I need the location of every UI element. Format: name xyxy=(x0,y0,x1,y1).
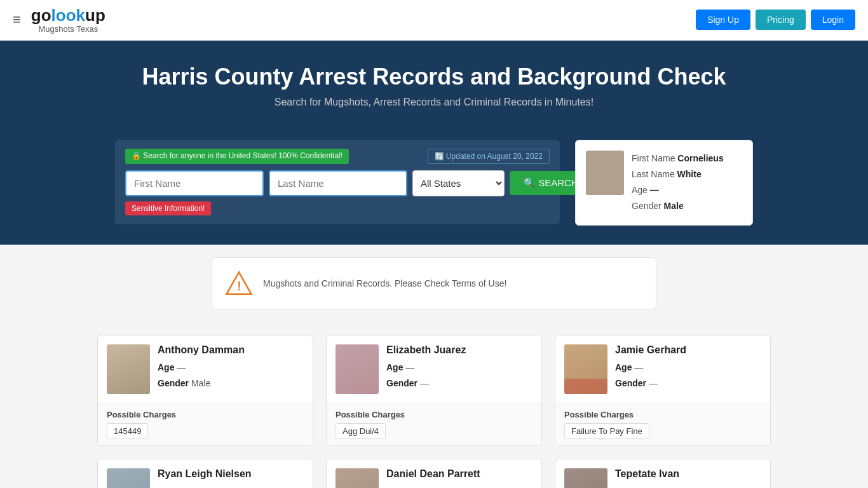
header-left: ≡ golookup Mugshots Texas xyxy=(13,6,105,34)
search-box: 🔒 Search for anyone in the United States… xyxy=(115,140,560,224)
logo-look: look xyxy=(51,6,85,25)
bottom-info-1: Daniel Dean Parrett Age — Gender Male xyxy=(386,468,480,488)
bottom-name-0: Ryan Leigh Nielsen xyxy=(158,468,252,480)
pricing-button[interactable]: Pricing xyxy=(756,10,806,30)
hero-section: Harris County Arrest Records and Backgro… xyxy=(0,41,868,127)
page-title: Harris County Arrest Records and Backgro… xyxy=(13,64,855,90)
bottom-name-2: Tepetate Ivan xyxy=(615,468,679,480)
featured-gender: Gender Male xyxy=(632,198,724,214)
featured-last-name: Last Name White xyxy=(632,166,724,182)
charge-tag-0: 145449 xyxy=(107,423,148,439)
charge-tag-1: Agg Dui/4 xyxy=(336,423,386,439)
warning-icon: ! xyxy=(225,269,253,297)
record-name-0: Anthony Damman xyxy=(158,344,245,356)
record-card-bottom-1[interactable]: Daniel Dean Parrett Age — Gender Male xyxy=(326,459,542,488)
terms-text: Mugshots and Criminal Records. Please Ch… xyxy=(263,278,506,288)
sensitive-badge: Sensitive Information! xyxy=(125,196,550,215)
signup-button[interactable]: Sign Up xyxy=(696,10,750,30)
bottom-avatar-2 xyxy=(564,468,607,488)
record-age-2: Age — xyxy=(615,360,686,376)
terms-bar: ! Mugshots and Criminal Records. Please … xyxy=(212,257,656,309)
record-info-1: Elizabeth Juarez Age — Gender — xyxy=(386,344,466,391)
logo[interactable]: golookup Mugshots Texas xyxy=(31,6,105,34)
record-card-2[interactable]: Jamie Gerhard Age — Gender — Possible Ch… xyxy=(555,335,771,446)
search-inputs: All StatesAlabamaAlaskaArizonaArkansasCa… xyxy=(125,170,550,196)
hero-subtitle: Search for Mugshots, Arrest Records and … xyxy=(13,97,855,108)
logo-up: up xyxy=(85,6,105,25)
record-charges-2: Possible Charges Failure To Pay Fine xyxy=(555,403,770,445)
record-card-1[interactable]: Elizabeth Juarez Age — Gender — Possible… xyxy=(326,335,542,446)
records-section: Anthony Damman Age — Gender Male Possibl… xyxy=(85,322,783,488)
record-avatar-2 xyxy=(564,344,607,394)
record-card-bottom-2[interactable]: Tepetate Ivan Age 33 Gender Male xyxy=(555,459,771,488)
logo-subtitle: Mugshots Texas xyxy=(31,25,105,34)
record-top-2: Jamie Gerhard Age — Gender — xyxy=(555,336,770,403)
hamburger-menu[interactable]: ≡ xyxy=(13,11,21,28)
header-buttons: Sign Up Pricing Login xyxy=(696,10,855,30)
first-name-input[interactable] xyxy=(125,170,264,196)
charges-label-0: Possible Charges xyxy=(107,410,304,419)
featured-avatar xyxy=(586,151,624,195)
search-box-top: 🔒 Search for anyone in the United States… xyxy=(125,149,550,164)
bottom-avatar-0 xyxy=(107,468,150,488)
bottom-info-0: Ryan Leigh Nielsen Age — Gender — xyxy=(158,468,252,488)
record-gender-0: Gender Male xyxy=(158,376,245,391)
record-top-1: Elizabeth Juarez Age — Gender — xyxy=(327,336,541,403)
record-charges-0: Possible Charges 145449 xyxy=(98,403,313,445)
updated-badge: 🔄 Updated on August 20, 2022 xyxy=(428,149,550,164)
charges-label-2: Possible Charges xyxy=(564,410,761,419)
featured-info: First Name Cornelieus Last Name White Ag… xyxy=(632,151,724,215)
records-bottom: Ryan Leigh Nielsen Age — Gender — Daniel… xyxy=(97,459,771,488)
record-charges-1: Possible Charges Agg Dui/4 xyxy=(327,403,541,445)
record-gender-2: Gender — xyxy=(615,376,686,391)
bottom-name-1: Daniel Dean Parrett xyxy=(386,468,480,480)
record-top-0: Anthony Damman Age — Gender Male xyxy=(98,336,313,403)
record-gender-1: Gender — xyxy=(386,376,466,391)
record-age-1: Age — xyxy=(386,360,466,376)
record-card-0[interactable]: Anthony Damman Age — Gender Male Possibl… xyxy=(97,335,313,446)
record-name-2: Jamie Gerhard xyxy=(615,344,686,356)
featured-age: Age — xyxy=(632,182,724,198)
charge-tag-2: Failure To Pay Fine xyxy=(564,423,649,439)
logo-go: go xyxy=(31,6,51,25)
charges-label-1: Possible Charges xyxy=(336,410,532,419)
record-age-0: Age — xyxy=(158,360,245,376)
records-grid: Anthony Damman Age — Gender Male Possibl… xyxy=(97,335,771,446)
record-info-2: Jamie Gerhard Age — Gender — xyxy=(615,344,686,391)
main-content: ! Mugshots and Criminal Records. Please … xyxy=(0,257,868,488)
state-select[interactable]: All StatesAlabamaAlaskaArizonaArkansasCa… xyxy=(412,170,505,196)
login-button[interactable]: Login xyxy=(811,10,855,30)
svg-text:!: ! xyxy=(237,279,241,293)
record-name-1: Elizabeth Juarez xyxy=(386,344,466,356)
bottom-age-2: Age 33 xyxy=(615,484,679,488)
bottom-avatar-1 xyxy=(336,468,379,488)
record-info-0: Anthony Damman Age — Gender Male xyxy=(158,344,245,391)
featured-first-name: First Name Cornelieus xyxy=(632,151,724,166)
record-card-bottom-0[interactable]: Ryan Leigh Nielsen Age — Gender — xyxy=(97,459,313,488)
search-section: 🔒 Search for anyone in the United States… xyxy=(0,127,868,245)
header: ≡ golookup Mugshots Texas Sign Up Pricin… xyxy=(0,0,868,41)
record-avatar-0 xyxy=(107,344,150,394)
confidential-badge: 🔒 Search for anyone in the United States… xyxy=(125,149,349,164)
bottom-info-2: Tepetate Ivan Age 33 Gender Male xyxy=(615,468,679,488)
bottom-age-0: Age — xyxy=(158,484,252,488)
featured-card: First Name Cornelieus Last Name White Ag… xyxy=(575,140,753,226)
logo-text: golookup xyxy=(31,6,105,25)
bottom-age-1: Age — xyxy=(386,484,480,488)
record-avatar-1 xyxy=(336,344,379,394)
last-name-input[interactable] xyxy=(269,170,407,196)
